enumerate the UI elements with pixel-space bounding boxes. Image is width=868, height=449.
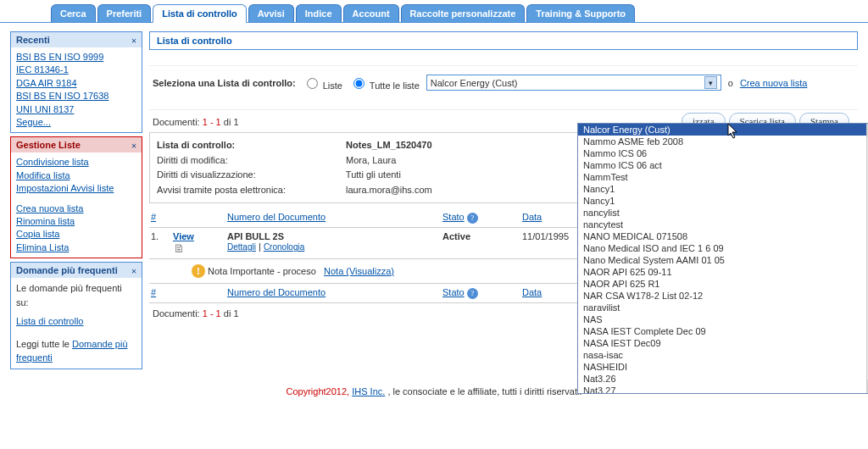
or-label: o [728,78,733,88]
panel-title: Domande più frequenti [16,265,118,275]
panel-title: Recenti [16,35,50,45]
link-elimina-lista[interactable]: Elimina Lista [16,241,136,254]
row-index: 1. [151,231,170,241]
select-label: Seleziona una Lista di controllo: [153,78,296,88]
collapse-icon[interactable]: ✕ [131,141,136,150]
dropdown-item[interactable]: Nat3.27 [578,385,868,394]
recent-link[interactable]: BSI BS EN ISO 9999 [16,51,136,64]
dropdown-item[interactable]: Nalcor Energy (Cust) [578,124,868,136]
list-dropdown[interactable]: Nalcor Energy (Cust)Nammo ASME feb 2008N… [577,123,868,394]
panel-title: Gestione Liste [16,140,81,150]
document-icon: 🗎 [173,241,185,255]
dropdown-item[interactable]: Nammo ICS 06 act [578,159,868,171]
page-title: Lista di controllo [149,31,858,50]
list-select[interactable]: Nalcor Energy (Cust) ▾ [426,75,721,91]
warning-icon: ! [192,264,205,278]
link-dettagli[interactable]: Dettagli [227,242,256,252]
dropdown-item[interactable]: nasa-isac [578,349,868,361]
col-stato[interactable]: Stato [442,287,465,297]
radio-tutte-le-liste[interactable]: Tutte le liste [349,75,420,91]
dropdown-item[interactable]: NASA IEST Dec09 [578,337,868,349]
tab-training[interactable]: Training & Supporto [526,4,635,22]
tab-avvisi[interactable]: Avvisi [248,4,294,22]
chevron-down-icon[interactable]: ▾ [704,76,717,89]
recent-link[interactable]: DGA AIR 9184 [16,77,136,90]
panel-gestione-liste: Gestione Liste ✕ Condivisione lista Modi… [10,136,142,258]
recent-more[interactable]: Segue... [16,116,136,129]
collapse-icon[interactable]: ✕ [131,36,136,45]
link-impostazioni-avvisi[interactable]: Impostazioni Avvisi liste [16,182,136,195]
dropdown-item[interactable]: Nammo ICS 06 [578,147,868,159]
col-docnum[interactable]: Numero del Documento [227,287,439,297]
dropdown-item[interactable]: nancytest [578,219,868,230]
link-cronologia[interactable]: Cronologia [264,242,304,252]
dropdown-item[interactable]: naravilist [578,302,868,313]
recent-link[interactable]: UNI UNI 8137 [16,103,136,116]
link-crea-nuova-lista[interactable]: Crea nuova lista [16,202,136,215]
collapse-icon[interactable]: ✕ [131,266,136,275]
footer-company-link[interactable]: IHS Inc. [352,386,385,396]
panel-faq: Domande più frequenti ✕ Le domande più f… [10,262,142,369]
col-hash[interactable]: # [151,287,170,297]
dropdown-item[interactable]: NAOR API 625 R1 [578,278,868,290]
link-crea-nuova-lista-inline[interactable]: Crea nuova lista [740,78,808,88]
dropdown-item[interactable]: NAR CSA W178-2 List 02-12 [578,290,868,302]
dropdown-item[interactable]: Nancy1 [578,195,868,207]
top-tabs: Cerca Preferiti Lista di controllo Avvis… [0,0,868,23]
faq-outro: Leggi tutte le [16,339,72,349]
dropdown-item[interactable]: Nano Medical System AAMI 01 05 [578,254,868,266]
recent-link[interactable]: IEC 81346-1 [16,64,136,76]
faq-intro: Le domande più frequenti su: [16,283,122,308]
list-select-value: Nalcor Energy (Cust) [431,78,518,88]
tab-preferiti[interactable]: Preferiti [97,4,152,22]
tab-raccolte[interactable]: Raccolte personalizzate [401,4,526,22]
dropdown-item[interactable]: NANO MEDICAL 071508 [578,230,868,242]
doc-code: API BULL 2S [227,231,284,241]
panel-recenti: Recenti ✕ BSI BS EN ISO 9999 IEC 81346-1… [10,31,142,133]
faq-link-main[interactable]: Lista di controllo [16,316,84,326]
tab-account[interactable]: Account [343,4,399,22]
tab-cerca[interactable]: Cerca [51,4,96,22]
dropdown-item[interactable]: NASA IEST Complete Dec 09 [578,325,868,337]
tab-lista-controllo[interactable]: Lista di controllo [153,4,247,23]
dropdown-item[interactable]: NAOR API 625 09-11 [578,266,868,278]
help-icon[interactable]: ? [467,213,478,224]
link-rinomina-lista[interactable]: Rinomina lista [16,215,136,228]
recent-link[interactable]: BSI BS EN ISO 17638 [16,90,136,103]
dropdown-item[interactable]: nancylist [578,207,868,219]
help-icon[interactable]: ? [467,288,478,299]
tab-indice[interactable]: Indice [296,4,342,22]
dropdown-item[interactable]: NAS [578,313,868,325]
dropdown-item[interactable]: Nancy1 [578,183,868,195]
doc-status: Active [442,231,502,241]
dropdown-item[interactable]: NASHEIDI [578,361,868,373]
col-stato[interactable]: Stato [442,212,465,222]
radio-liste[interactable]: Liste [303,75,342,91]
link-nota-visualizza[interactable]: Nota (Visualizza) [324,266,394,276]
dropdown-item[interactable]: Nat3.26 [578,373,868,385]
view-link[interactable]: View [173,231,194,241]
col-docnum[interactable]: Numero del Documento [227,212,439,222]
col-hash[interactable]: # [151,212,170,222]
dropdown-item[interactable]: Nano Medical ISO and IEC 1 6 09 [578,242,868,254]
link-modifica-lista[interactable]: Modifica lista [16,169,136,182]
dropdown-item[interactable]: NammTest [578,171,868,183]
link-copia-lista[interactable]: Copia lista [16,228,136,241]
link-condivisione[interactable]: Condivisione lista [16,156,136,169]
dropdown-item[interactable]: Nammo ASME feb 2008 [578,136,868,147]
